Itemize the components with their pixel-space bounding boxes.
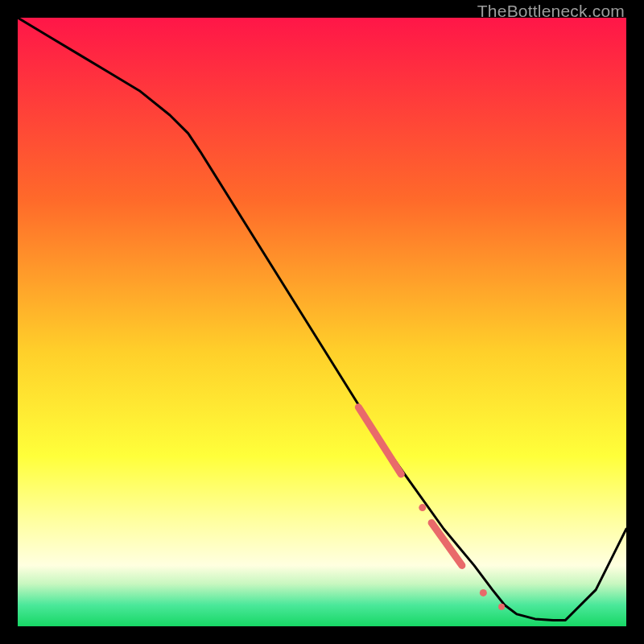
- marker-dot: [498, 604, 505, 610]
- gradient-background: [18, 18, 626, 626]
- marker-dot: [480, 589, 487, 597]
- chart-frame: [18, 18, 626, 626]
- watermark-text: TheBottleneck.com: [477, 2, 625, 21]
- marker-dot: [419, 504, 426, 511]
- chart-svg: [18, 18, 626, 626]
